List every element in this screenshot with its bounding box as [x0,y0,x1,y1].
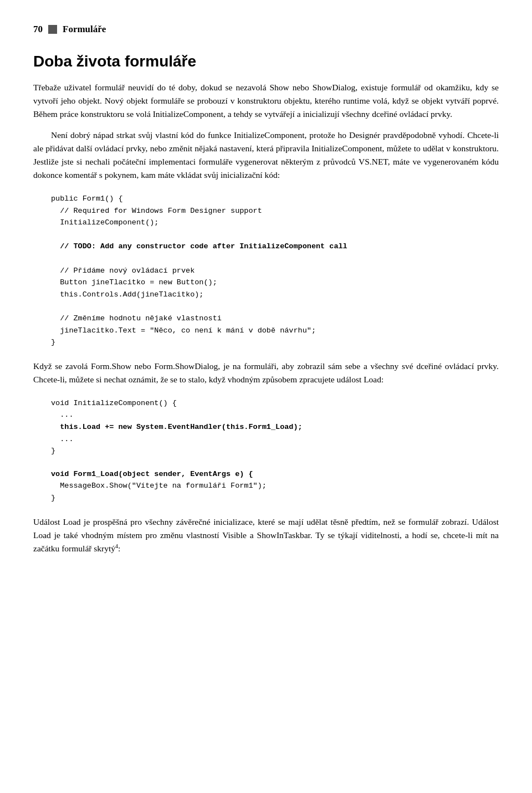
paragraph-3: Když se zavolá Form.Show nebo Form.ShowD… [33,360,499,386]
code-line: void InitializeComponent() { ... [51,399,177,419]
paragraph-2: Není dobrý nápad strkat svůj vlastní kód… [33,129,499,182]
paragraph-4-text: Událost Load je prospěšná pro všechny zá… [33,517,499,553]
code-line-bold: this.Load += new System.EventHandler(thi… [51,423,303,431]
page-number: 70 [33,22,43,37]
chapter-title: Formuláře [63,22,106,37]
code-line: public Form1() { // Required for Windows… [51,195,262,227]
code-block-3: void Form1_Load(object sender, EventArgs… [51,468,499,504]
code-line-bold: void Form1_Load(object sender, EventArgs… [51,470,253,478]
header-separator-icon [48,25,57,34]
paragraph-1: Třebaže uživatel formulář neuvidí do té … [33,81,499,121]
code-block-2: void InitializeComponent() { ... this.Lo… [51,397,499,457]
paragraph-4: Událost Load je prospěšná pro všechny zá… [33,515,499,555]
paragraph-1-text: Třebaže uživatel formulář neuvidí do té … [33,83,499,119]
code-line: // Přidáme nový ovládací prvek Button ji… [51,267,316,347]
footnote-ref: 4 [115,543,118,549]
code-block-1: public Form1() { // Required for Windows… [51,193,499,349]
code-line: ... } [51,435,74,456]
paragraph-3-text: Když se zavolá Form.Show nebo Form.ShowD… [33,361,499,384]
code-line: MessageBox.Show("Vítejte na formuláři Fo… [51,482,267,502]
page-header: 70 Formuláře [33,22,499,37]
code-line-bold: // TODO: Add any constructor code after … [51,242,347,250]
paragraph-2-text: Není dobrý nápad strkat svůj vlastní kód… [33,130,499,180]
section-title: Doba života formuláře [33,52,499,71]
